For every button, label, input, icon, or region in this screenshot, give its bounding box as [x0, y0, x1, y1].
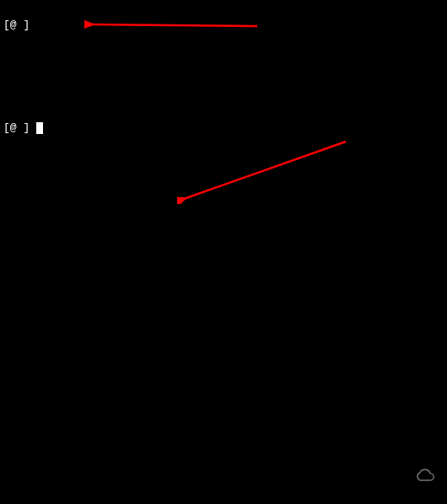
prompt-line-top: [@ ] [3, 18, 444, 33]
watermark [413, 469, 439, 484]
terminal-output: [@ ] [@ ] [0, 0, 447, 153]
prompt-line-bottom[interactable]: [@ ] [3, 121, 444, 136]
blank-line [3, 77, 444, 92]
cursor-icon [36, 122, 43, 134]
cloud-icon [413, 469, 435, 484]
